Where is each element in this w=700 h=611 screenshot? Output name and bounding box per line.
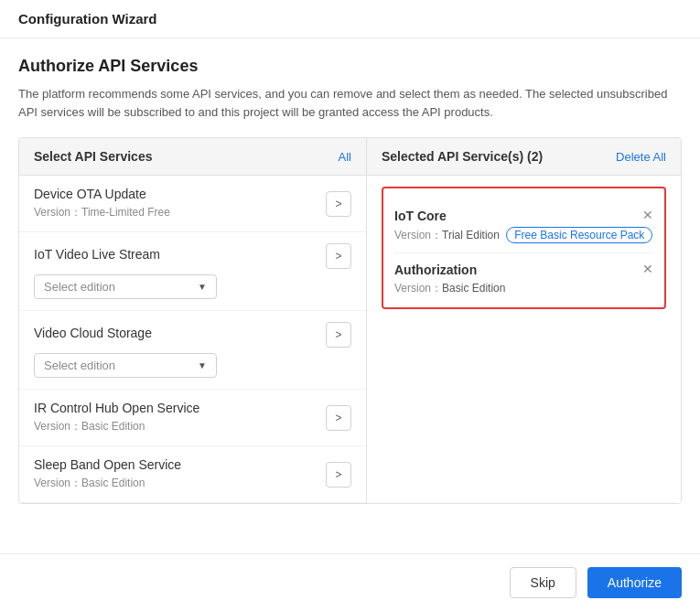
list-item: Sleep Band Open Service Version：Basic Ed… (19, 446, 366, 503)
service-version: Version：Basic Edition (34, 419, 317, 434)
selected-service-version: Version：Basic Edition (394, 281, 653, 296)
all-link[interactable]: All (339, 150, 351, 164)
list-item: Device OTA Update Version：Time-Limited F… (19, 176, 366, 232)
list-item: IoT Video Live Stream > Select edition ▼ (19, 232, 366, 311)
service-version: Version：Basic Edition (34, 476, 317, 491)
dropdown-placeholder: Select edition (44, 359, 115, 372)
chevron-down-icon: ▼ (198, 282, 207, 292)
add-service-button[interactable]: > (326, 243, 351, 269)
list-item: IR Control Hub Open Service Version：Basi… (19, 390, 366, 446)
add-service-button[interactable]: > (326, 405, 351, 431)
skip-button[interactable]: Skip (510, 567, 576, 598)
edition-dropdown[interactable]: Select edition ▼ (34, 274, 217, 299)
selected-service-item: Authorization Version：Basic Edition ✕ (394, 253, 653, 296)
page-title: Authorize API Services (18, 57, 682, 76)
service-info: IR Control Hub Open Service Version：Basi… (34, 401, 317, 434)
service-name: Sleep Band Open Service (34, 457, 317, 472)
service-name: Device OTA Update (34, 187, 317, 201)
selected-services-container: IoT Core Version：Trial Edition Free Basi… (367, 176, 681, 320)
main-panel: Select API Services All Device OTA Updat… (18, 137, 682, 504)
service-info: Sleep Band Open Service Version：Basic Ed… (34, 457, 317, 491)
edition-select-row: Select edition ▼ (34, 274, 217, 299)
left-panel-title: Select API Services (34, 149, 152, 164)
service-name: Video Cloud Storage (34, 326, 317, 340)
resource-pack-badge: Free Basic Resource Pack (506, 227, 652, 243)
service-info: IoT Video Live Stream (34, 247, 317, 265)
selected-services-box: IoT Core Version：Trial Edition Free Basi… (382, 187, 666, 309)
selected-service-name: Authorization (394, 263, 653, 277)
add-service-button[interactable]: > (326, 322, 351, 348)
remove-service-button[interactable]: ✕ (642, 263, 653, 275)
edition-dropdown[interactable]: Select edition ▼ (34, 353, 217, 378)
remove-service-button[interactable]: ✕ (642, 209, 653, 221)
page-description: The platform recommends some API service… (18, 85, 682, 121)
authorize-button[interactable]: Authorize (587, 567, 682, 598)
selected-service-item: IoT Core Version：Trial Edition Free Basi… (394, 199, 653, 253)
dropdown-placeholder: Select edition (44, 280, 115, 294)
service-name: IoT Video Live Stream (34, 247, 317, 262)
selected-service-version: Version：Trial Edition Free Basic Resourc… (394, 227, 653, 243)
left-panel: Select API Services All Device OTA Updat… (19, 138, 367, 503)
service-name: IR Control Hub Open Service (34, 401, 317, 415)
footer-bar: Skip Authorize (0, 553, 700, 611)
service-info: Device OTA Update Version：Time-Limited F… (34, 187, 317, 220)
add-service-button[interactable]: > (326, 191, 351, 217)
service-info: Video Cloud Storage (34, 326, 317, 344)
left-panel-header: Select API Services All (19, 138, 366, 176)
edition-select-row: Select edition ▼ (34, 353, 217, 378)
right-panel: Selected API Service(s) (2) Delete All I… (367, 138, 681, 503)
service-version: Version：Time-Limited Free (34, 205, 317, 220)
wizard-title: Configuration Wizard (0, 0, 700, 38)
delete-all-link[interactable]: Delete All (616, 150, 666, 164)
list-item: Video Cloud Storage > Select edition ▼ (19, 311, 366, 390)
add-service-button[interactable]: > (326, 462, 351, 488)
selected-service-name: IoT Core (394, 209, 653, 223)
chevron-down-icon: ▼ (198, 360, 207, 370)
right-panel-header: Selected API Service(s) (2) Delete All (367, 138, 681, 176)
right-panel-title: Selected API Service(s) (2) (382, 149, 543, 164)
